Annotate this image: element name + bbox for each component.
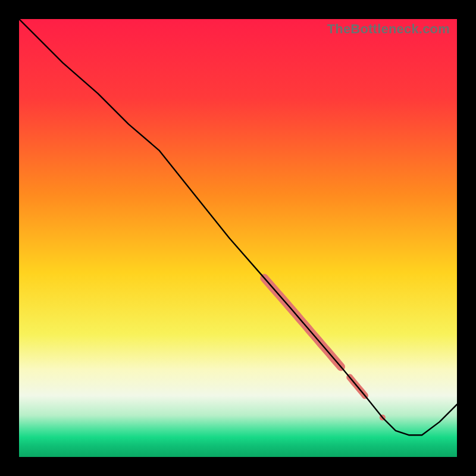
gradient-background bbox=[19, 19, 457, 457]
plot-area: TheBottleneck.com bbox=[19, 19, 457, 457]
chart-svg bbox=[19, 19, 457, 457]
watermark-text: TheBottleneck.com bbox=[327, 21, 450, 37]
chart-frame: TheBottleneck.com bbox=[0, 0, 476, 476]
